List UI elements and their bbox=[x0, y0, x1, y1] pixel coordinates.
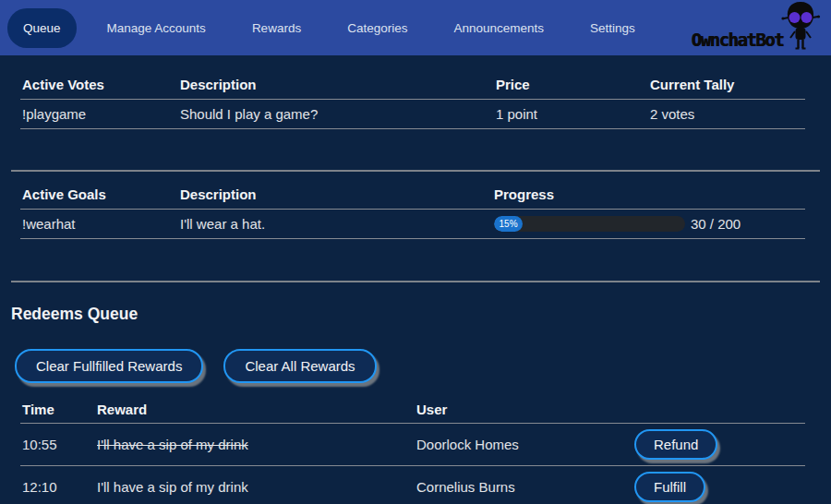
redeem-row: 10:55 I'll have a sip of my drink Doorlo… bbox=[20, 424, 805, 466]
clear-all-rewards-button[interactable]: Clear All Rewards bbox=[223, 349, 376, 383]
redeem-reward-cell: I'll have a sip of my drink bbox=[95, 466, 415, 504]
redeems-header-time: Time bbox=[20, 396, 95, 424]
section-divider bbox=[11, 170, 820, 172]
votes-header-row: Active Votes Description Price Current T… bbox=[20, 70, 805, 100]
nav-item-settings[interactable]: Settings bbox=[574, 8, 651, 48]
redeem-reward-cell: I'll have a sip of my drink bbox=[95, 424, 415, 466]
active-votes-table: Active Votes Description Price Current T… bbox=[20, 70, 805, 129]
clear-fulfilled-rewards-button[interactable]: Clear Fullfilled Rewards bbox=[15, 349, 203, 383]
redeem-user-cell: Cornelius Burns bbox=[415, 466, 632, 504]
goal-description-cell: I'll wear a hat. bbox=[178, 210, 492, 239]
votes-header-tally: Current Tally bbox=[648, 70, 805, 100]
nav-item-announcements[interactable]: Announcements bbox=[438, 8, 560, 48]
redeem-user-cell: Doorlock Homes bbox=[415, 424, 632, 466]
goal-row: !wearhat I'll wear a hat. 15% 30 / 200 bbox=[20, 210, 805, 239]
goal-command-cell: !wearhat bbox=[20, 210, 178, 239]
goals-header-description: Description bbox=[178, 180, 492, 210]
vote-tally-cell: 2 votes bbox=[648, 100, 805, 129]
votes-header-description: Description bbox=[178, 70, 494, 100]
progress-bar-track: 15% bbox=[494, 216, 685, 232]
goal-progress-cell: 15% 30 / 200 bbox=[492, 210, 805, 239]
redeems-actions: Clear Fullfilled Rewards Clear All Rewar… bbox=[15, 349, 831, 383]
fulfill-button[interactable]: Fulfill bbox=[634, 472, 705, 502]
refund-button[interactable]: Refund bbox=[634, 429, 717, 460]
goals-header-row: Active Goals Description Progress bbox=[20, 180, 805, 210]
top-navbar: Queue Manage Accounts Rewards Categories… bbox=[0, 0, 831, 55]
votes-header-command: Active Votes bbox=[20, 70, 178, 100]
active-goals-table: Active Goals Description Progress !wearh… bbox=[20, 180, 805, 239]
redeem-time-cell: 10:55 bbox=[20, 424, 95, 466]
vote-description-cell: Should I play a game? bbox=[178, 100, 494, 129]
goal-progress: 15% 30 / 200 bbox=[494, 216, 803, 232]
vote-row: !playgame Should I play a game? 1 point … bbox=[20, 100, 805, 129]
nav-item-rewards[interactable]: Rewards bbox=[236, 8, 317, 48]
progress-bar-fill: 15% bbox=[494, 216, 523, 232]
votes-header-price: Price bbox=[494, 70, 648, 100]
redeem-action-cell: Fulfill bbox=[632, 466, 805, 504]
nav-item-manage-accounts[interactable]: Manage Accounts bbox=[91, 8, 222, 48]
nav-item-categories[interactable]: Categories bbox=[331, 8, 423, 48]
redeem-time-cell: 12:10 bbox=[20, 466, 95, 504]
redeem-row: 12:10 I'll have a sip of my drink Cornel… bbox=[20, 466, 805, 504]
redeems-header-reward: Reward bbox=[95, 396, 415, 424]
redeems-queue-table: Time Reward User 10:55 I'll have a sip o… bbox=[20, 396, 805, 504]
robot-mascot-icon bbox=[779, 0, 822, 52]
redeems-queue-title: Redeems Queue bbox=[11, 305, 831, 324]
logo-wordmark: OwnchatBot bbox=[692, 31, 783, 52]
vote-price-cell: 1 point bbox=[494, 100, 648, 129]
goals-header-command: Active Goals bbox=[20, 180, 178, 210]
ownchatbot-logo: OwnchatBot bbox=[692, 0, 822, 55]
vote-command-cell: !playgame bbox=[20, 100, 178, 129]
goals-header-progress: Progress bbox=[492, 180, 805, 210]
progress-count-label: 30 / 200 bbox=[691, 216, 741, 232]
nav-item-queue[interactable]: Queue bbox=[7, 8, 77, 48]
redeems-header-action bbox=[632, 396, 805, 424]
redeems-header-user: User bbox=[415, 396, 632, 424]
redeems-header-row: Time Reward User bbox=[20, 396, 805, 424]
section-divider bbox=[11, 281, 820, 282]
redeem-action-cell: Refund bbox=[632, 424, 805, 466]
